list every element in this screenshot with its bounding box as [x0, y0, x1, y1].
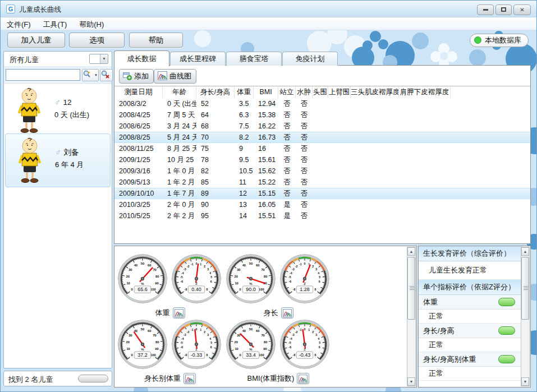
- table-cell: 68: [196, 121, 235, 132]
- column-header-0[interactable]: 测量日期: [114, 86, 163, 98]
- table-row-4[interactable]: 2008/11/258 月 25 天75916否否: [114, 143, 530, 154]
- scrollbar-thumb[interactable]: [407, 257, 415, 320]
- curve-chart-icon-button[interactable]: [173, 307, 185, 319]
- chevron-down-icon[interactable]: ▼: [100, 54, 108, 63]
- minimize-button[interactable]: [477, 4, 494, 15]
- child-list-item-0[interactable]: ♂12 0 天 (出生): [5, 84, 111, 138]
- curve-chart-icon-button[interactable]: [281, 307, 293, 319]
- table-row-7[interactable]: 2009/5/131 年 2 月851115.22否否: [114, 177, 530, 188]
- scrollbar-thumb[interactable]: [521, 257, 529, 320]
- search-button[interactable]: ▼: [82, 69, 99, 81]
- male-icon: ♂: [55, 147, 61, 156]
- table-cell: 否: [296, 210, 313, 222]
- add-child-button[interactable]: 加入儿童: [7, 33, 65, 48]
- curve-chart-icon: [158, 71, 167, 80]
- table-cell: [313, 188, 328, 199]
- table-row-1[interactable]: 2008/4/257 周 5 天646.315.38否否: [114, 109, 530, 121]
- svg-text:%: %: [141, 282, 144, 285]
- tab-3[interactable]: 免疫计划: [282, 52, 338, 66]
- close-button[interactable]: ✕: [513, 4, 531, 15]
- svg-text:3: 3: [207, 333, 209, 336]
- svg-text:0: 0: [304, 328, 306, 331]
- column-header-3[interactable]: 体重: [235, 86, 254, 98]
- table-cell: 2008/6/25: [114, 121, 163, 132]
- column-header-8[interactable]: 上臂围: [328, 86, 351, 98]
- gauge-label-group-0: 体重: [117, 307, 223, 320]
- sidebar-status-bar: 找到 2 名儿童: [3, 371, 112, 386]
- table-row-9[interactable]: 2010/3/252 年 0 月901316.05是否: [114, 199, 530, 210]
- tab-2[interactable]: 膳食宝塔: [226, 52, 282, 66]
- app-icon: G: [6, 4, 15, 13]
- table-row-10[interactable]: 2010/5/252 年 2 月951415.51是否: [114, 210, 530, 222]
- evaluation-item-value-0: 正常: [419, 310, 522, 324]
- svg-text:0: 0: [196, 328, 198, 331]
- tab-1[interactable]: 成长里程碑: [170, 52, 226, 66]
- table-row-8[interactable]: 2009/10/101 年 7 月891215.15否否: [114, 188, 530, 199]
- menu-item-2[interactable]: 帮助(H): [73, 17, 110, 30]
- svg-text:-5: -5: [180, 341, 183, 344]
- column-header-6[interactable]: 水肿: [296, 86, 313, 98]
- table-cell: 1 年 0 月: [163, 165, 196, 177]
- chevron-down-icon[interactable]: ▼: [94, 73, 98, 77]
- gauge-label-group-2: 身长别体重: [117, 373, 223, 385]
- table-row-0[interactable]: 2008/3/20 天 (出生)523.512.94否否: [114, 98, 530, 109]
- maximize-button[interactable]: [495, 4, 512, 15]
- menu-item-1[interactable]: 工具(T): [37, 17, 74, 30]
- svg-text:10: 10: [126, 282, 130, 285]
- column-header-2[interactable]: 身长/身高: [196, 86, 235, 98]
- svg-text:8: 8: [206, 353, 208, 357]
- menu-item-0[interactable]: 文件(F): [1, 17, 37, 30]
- table-cell: 2008/11/25: [114, 143, 163, 154]
- table-cell: [351, 165, 399, 177]
- table-cell: 否: [278, 143, 296, 154]
- clear-search-button[interactable]: [100, 69, 113, 81]
- table-cell: 12: [235, 188, 254, 199]
- help-button[interactable]: 帮助: [129, 33, 183, 48]
- column-header-5[interactable]: 站立: [278, 86, 296, 98]
- table-cell: [351, 199, 399, 210]
- scroll-down-icon[interactable]: ▼: [521, 377, 529, 386]
- table-cell: 15.38: [254, 109, 278, 121]
- svg-text:-5: -5: [288, 341, 291, 344]
- column-header-11[interactable]: [451, 86, 530, 98]
- table-cell: 16.22: [254, 121, 278, 132]
- table-cell: 否: [296, 165, 313, 177]
- search-input[interactable]: [6, 69, 80, 81]
- table-cell: 95: [196, 210, 235, 222]
- table-row-5[interactable]: 2009/1/2510 月 25 天789.515.61否否: [114, 154, 530, 165]
- curve-chart-icon-button[interactable]: [297, 373, 309, 384]
- tab-0[interactable]: 成长数据: [114, 50, 169, 66]
- table-row-6[interactable]: 2009/3/161 年 0 月8210.515.62否否: [114, 165, 530, 177]
- scroll-up-icon[interactable]: ▲: [407, 247, 415, 256]
- table-cell: 0 天 (出生): [163, 98, 196, 109]
- column-header-1[interactable]: 年龄: [163, 86, 196, 98]
- table-cell: 10.5: [235, 165, 254, 177]
- svg-text:10: 10: [235, 347, 238, 351]
- options-button[interactable]: 选项: [69, 33, 125, 48]
- child-age: 0 天 (出生): [54, 110, 89, 120]
- svg-text:-2: -2: [295, 265, 298, 268]
- table-row-3[interactable]: 2008/8/255 月 24 天708.216.73否否: [114, 132, 530, 143]
- child-name: ♂刘备: [55, 147, 79, 158]
- svg-text:5: 5: [319, 275, 320, 279]
- column-header-9[interactable]: 三头肌皮褶厚度: [351, 86, 399, 98]
- curve-chart-button[interactable]: 曲线图: [154, 69, 196, 84]
- column-header-10[interactable]: 肩胛下皮褶厚度: [399, 86, 451, 98]
- svg-text:3: 3: [315, 268, 317, 271]
- table-cell: [313, 165, 328, 177]
- scroll-up-icon[interactable]: ▲: [521, 247, 529, 256]
- child-list-item-1[interactable]: ♂刘备 6 年 4 月: [5, 133, 111, 187]
- curve-chart-icon-button[interactable]: [183, 373, 196, 384]
- table-row-2[interactable]: 2008/6/253 月 24 天687.516.22否否: [114, 121, 530, 132]
- svg-text:60: 60: [148, 264, 151, 267]
- add-record-button[interactable]: 添加: [119, 69, 154, 84]
- column-header-7[interactable]: 头围: [313, 86, 328, 98]
- table-cell: [313, 143, 328, 154]
- scroll-down-icon[interactable]: ▼: [407, 377, 415, 386]
- svg-text:-3: -3: [292, 268, 295, 271]
- filter-combobox[interactable]: ▼: [89, 54, 108, 64]
- local-database-button[interactable]: 本地数据库: [470, 34, 529, 47]
- svg-text:70: 70: [153, 268, 156, 271]
- column-header-4[interactable]: BMI: [254, 86, 278, 98]
- table-cell: [313, 121, 328, 132]
